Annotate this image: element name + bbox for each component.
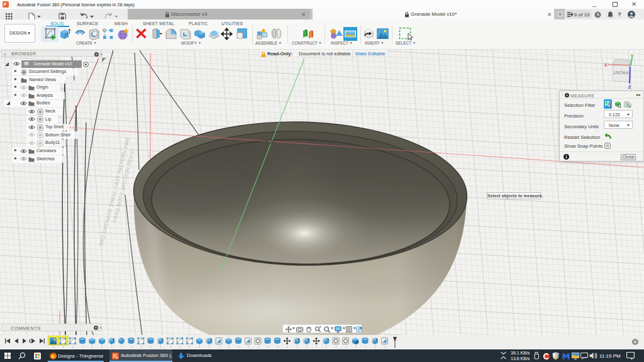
svg-text:FRONT: FRONT (613, 70, 628, 75)
svg-text:Z: Z (628, 84, 631, 90)
svg-text:Y: Y (630, 53, 633, 59)
svg-text:X: X (604, 62, 607, 68)
